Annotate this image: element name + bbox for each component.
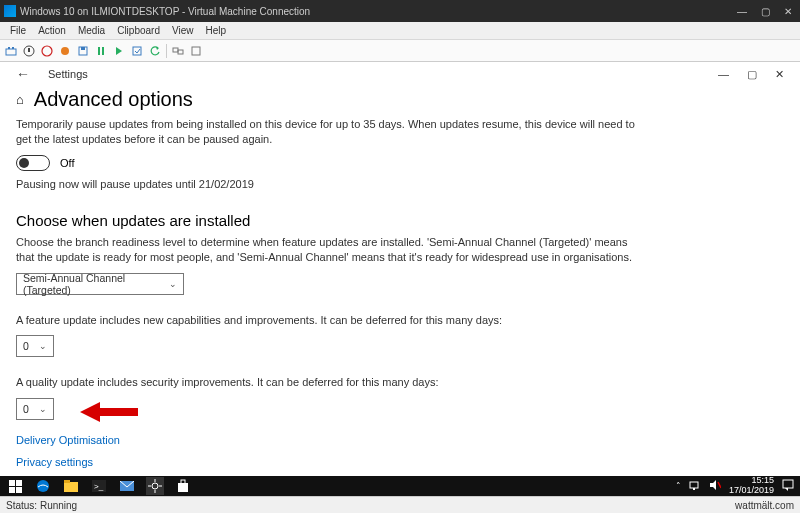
- svg-point-5: [42, 46, 52, 56]
- svg-rect-19: [16, 480, 22, 486]
- choose-heading: Choose when updates are installed: [16, 212, 784, 229]
- annotation-arrow-icon: [80, 400, 140, 424]
- tray-network-icon[interactable]: [689, 480, 701, 492]
- svg-rect-4: [28, 48, 30, 52]
- reset-icon[interactable]: [112, 44, 126, 58]
- taskbar-date: 17/01/2019: [729, 486, 774, 496]
- delivery-optimisation-link[interactable]: Delivery Optimisation: [16, 434, 784, 446]
- enhanced-session-icon[interactable]: [171, 44, 185, 58]
- quality-defer-select[interactable]: 0 ⌄: [16, 398, 54, 420]
- vm-menu-bar: File Action Media Clipboard View Help: [0, 22, 800, 40]
- toggle-state-label: Off: [60, 157, 74, 169]
- svg-point-6: [61, 47, 69, 55]
- menu-action[interactable]: Action: [32, 25, 72, 36]
- svg-text:>_: >_: [94, 482, 104, 491]
- svg-rect-35: [690, 482, 698, 488]
- pause-until-text: Pausing now will pause updates until 21/…: [16, 177, 636, 192]
- status-text: Status: Running: [6, 500, 77, 511]
- page-title: Advanced options: [34, 88, 193, 111]
- svg-marker-11: [116, 47, 122, 55]
- windows-taskbar: >_ ˄ 15:15 17/01/2019: [0, 476, 800, 496]
- feature-defer-value: 0: [23, 340, 29, 352]
- svg-rect-9: [98, 47, 100, 55]
- chevron-down-icon: ⌄: [39, 341, 47, 351]
- vm-close-button[interactable]: ✕: [784, 6, 792, 17]
- action-center-icon[interactable]: [782, 479, 794, 493]
- svg-rect-12: [133, 47, 141, 55]
- chevron-down-icon: ⌄: [169, 279, 177, 289]
- turnoff-icon[interactable]: [40, 44, 54, 58]
- branch-description: Choose the branch readiness level to det…: [16, 235, 636, 265]
- svg-rect-18: [9, 480, 15, 486]
- svg-rect-14: [173, 48, 178, 52]
- svg-rect-20: [9, 487, 15, 493]
- terminal-icon[interactable]: >_: [90, 477, 108, 495]
- store-icon[interactable]: [174, 477, 192, 495]
- pause-icon[interactable]: [94, 44, 108, 58]
- feature-defer-select[interactable]: 0 ⌄: [16, 335, 54, 357]
- watermark: wattmält.com: [735, 500, 794, 511]
- home-icon[interactable]: ⌂: [16, 92, 24, 107]
- svg-marker-37: [710, 480, 716, 490]
- svg-rect-21: [16, 487, 22, 493]
- svg-marker-40: [785, 488, 788, 491]
- svg-line-38: [718, 482, 721, 488]
- svg-rect-8: [81, 47, 85, 50]
- edge-icon[interactable]: [34, 477, 52, 495]
- menu-view[interactable]: View: [166, 25, 200, 36]
- settings-taskbar-icon[interactable]: [146, 477, 164, 495]
- menu-media[interactable]: Media: [72, 25, 111, 36]
- shutdown-icon[interactable]: [58, 44, 72, 58]
- quality-defer-value: 0: [23, 403, 29, 415]
- svg-rect-36: [693, 488, 695, 490]
- taskbar-clock[interactable]: 15:15 17/01/2019: [729, 476, 774, 496]
- toggle-knob: [19, 158, 29, 168]
- svg-rect-16: [192, 47, 200, 55]
- file-explorer-icon[interactable]: [62, 477, 80, 495]
- revert-icon[interactable]: [148, 44, 162, 58]
- menu-clipboard[interactable]: Clipboard: [111, 25, 166, 36]
- branch-select[interactable]: Semi-Annual Channel (Targeted) ⌄: [16, 273, 184, 295]
- settings-label: Settings: [48, 68, 88, 80]
- pause-description: Temporarily pause updates from being ins…: [16, 117, 636, 147]
- privacy-settings-link[interactable]: Privacy settings: [16, 456, 784, 468]
- vm-maximize-button[interactable]: ▢: [761, 6, 770, 17]
- svg-rect-23: [64, 482, 78, 492]
- mail-icon[interactable]: [118, 477, 136, 495]
- chevron-down-icon: ⌄: [39, 404, 47, 414]
- svg-rect-0: [6, 49, 16, 55]
- settings-close-button[interactable]: ✕: [775, 68, 784, 81]
- vm-minimize-button[interactable]: —: [737, 6, 747, 17]
- svg-rect-39: [783, 480, 793, 488]
- vm-toolbar: [0, 40, 800, 62]
- back-button[interactable]: ←: [16, 66, 30, 82]
- share-icon[interactable]: [189, 44, 203, 58]
- svg-rect-2: [12, 47, 14, 49]
- svg-marker-17: [80, 402, 138, 422]
- menu-help[interactable]: Help: [199, 25, 232, 36]
- menu-file[interactable]: File: [4, 25, 32, 36]
- tray-up-icon[interactable]: ˄: [676, 481, 681, 491]
- vm-title-bar: Windows 10 on ILMIONTDESKTOP - Virtual M…: [0, 0, 800, 22]
- svg-rect-24: [64, 480, 70, 483]
- svg-rect-10: [102, 47, 104, 55]
- branch-select-value: Semi-Annual Channel (Targeted): [23, 272, 163, 296]
- pause-updates-toggle[interactable]: [16, 155, 50, 171]
- settings-minimize-button[interactable]: —: [718, 68, 729, 81]
- checkpoint-icon[interactable]: [130, 44, 144, 58]
- settings-header: ← Settings — ▢ ✕: [0, 62, 800, 86]
- guest-screen: ← Settings — ▢ ✕ ⌂ Advanced options Temp…: [0, 62, 800, 496]
- ctrl-alt-del-icon[interactable]: [4, 44, 18, 58]
- feature-defer-label: A feature update includes new capabiliti…: [16, 313, 636, 328]
- start-menu-button[interactable]: [6, 477, 24, 495]
- settings-maximize-button[interactable]: ▢: [747, 68, 757, 81]
- svg-rect-1: [8, 47, 10, 49]
- start-icon[interactable]: [22, 44, 36, 58]
- svg-rect-15: [178, 50, 183, 54]
- save-icon[interactable]: [76, 44, 90, 58]
- quality-defer-label: A quality update includes security impro…: [16, 375, 636, 390]
- vm-status-bar: Status: Running wattmält.com: [0, 496, 800, 513]
- vm-app-icon: [4, 5, 16, 17]
- tray-volume-icon[interactable]: [709, 480, 721, 492]
- vm-window-title: Windows 10 on ILMIONTDESKTOP - Virtual M…: [20, 6, 310, 17]
